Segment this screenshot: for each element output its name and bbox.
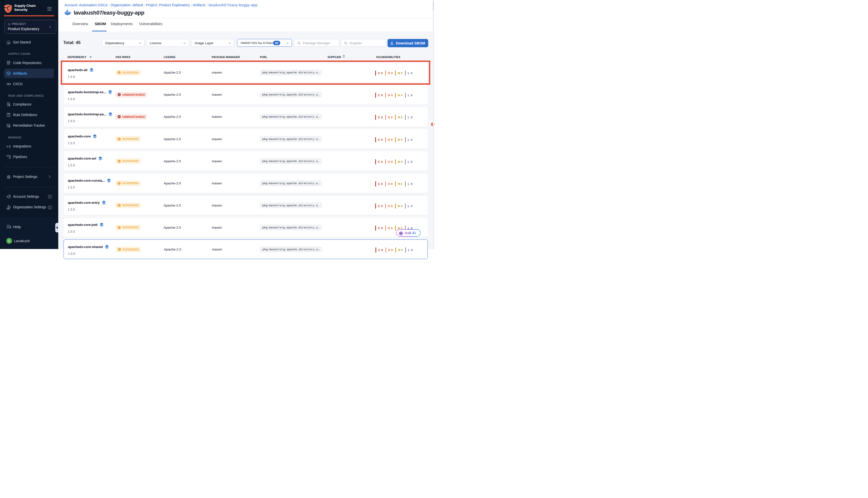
svg-text:?: ? xyxy=(8,226,9,228)
